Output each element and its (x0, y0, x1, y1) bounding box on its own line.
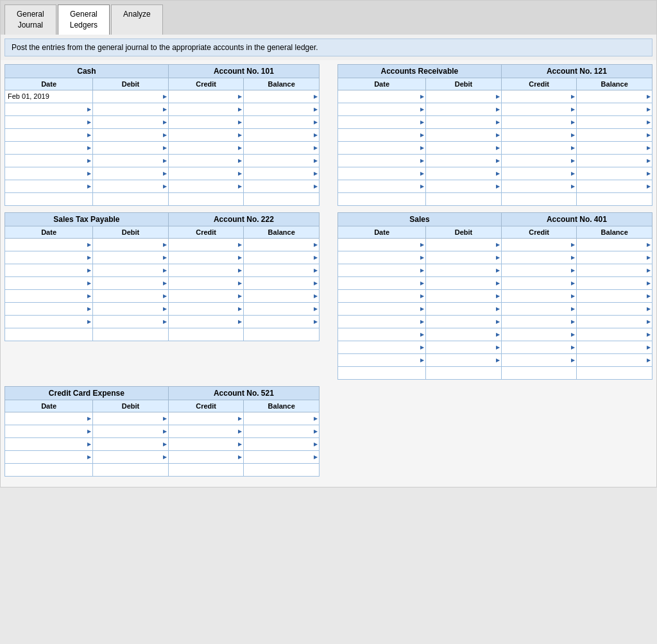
sales-col-credit: Credit (501, 226, 577, 238)
cash-row3-credit[interactable] (168, 115, 244, 128)
cash-row6-balance[interactable] (244, 154, 320, 167)
ar-title: Accounts Receivable (338, 64, 502, 78)
stp-col-date: Date (5, 226, 93, 238)
table-row (338, 238, 653, 251)
stp-table: Sales Tax Payable Account No. 222 Date D… (4, 212, 320, 341)
cash-row6-date[interactable] (5, 154, 93, 167)
table-row (5, 315, 320, 328)
table-row (5, 180, 320, 192)
cash-row5-date[interactable] (5, 141, 93, 154)
ledger-row-1: Cash Account No. 101 Date Debit Credit B… (4, 64, 653, 206)
cash-row4-balance[interactable] (244, 128, 320, 141)
cash-row3-debit[interactable] (93, 115, 169, 128)
table-row (5, 251, 320, 264)
cash-row2-debit[interactable] (93, 103, 169, 115)
stp-title: Sales Tax Payable (5, 212, 169, 226)
table-row (338, 180, 653, 192)
table-row: Feb 01, 2019 (5, 90, 320, 103)
table-row (338, 353, 653, 366)
table-row (338, 115, 653, 128)
cash-row7-debit[interactable] (93, 167, 169, 180)
table-row (5, 276, 320, 289)
cash-row3-date[interactable] (5, 115, 93, 128)
table-row (338, 154, 653, 167)
table-row (5, 238, 320, 251)
tab-analyze[interactable]: Analyze (111, 4, 163, 35)
table-row (5, 154, 320, 167)
cash-row9-balance[interactable] (244, 192, 320, 205)
table-row (338, 167, 653, 180)
cash-row9-debit[interactable] (93, 192, 169, 205)
table-row (5, 115, 320, 128)
table-row (338, 276, 653, 289)
table-row (5, 192, 320, 205)
cash-row7-credit[interactable] (168, 167, 244, 180)
ar-ledger: Accounts Receivable Account No. 121 Date… (337, 64, 653, 206)
table-row (338, 289, 653, 302)
ar-account-no: Account No. 121 (501, 64, 652, 78)
table-row (5, 302, 320, 315)
cash-row1-balance[interactable] (244, 90, 320, 103)
table-row (338, 366, 653, 379)
cce-col-balance: Balance (244, 400, 320, 412)
table-row (5, 289, 320, 302)
cash-row5-balance[interactable] (244, 141, 320, 154)
cce-ledger: Credit Card Expense Account No. 521 Date… (4, 386, 320, 477)
app-container: GeneralJournal GeneralLedgers Analyze Po… (0, 0, 657, 487)
cash-row8-credit[interactable] (168, 180, 244, 192)
sales-col-balance: Balance (577, 226, 653, 238)
table-row (338, 90, 653, 103)
cash-row9-date[interactable] (5, 192, 93, 205)
cce-table: Credit Card Expense Account No. 521 Date… (4, 386, 320, 477)
cash-row1-credit[interactable] (168, 90, 244, 103)
cash-row8-debit[interactable] (93, 180, 169, 192)
cash-row1-date[interactable]: Feb 01, 2019 (5, 90, 93, 103)
cash-row6-credit[interactable] (168, 154, 244, 167)
cce-title: Credit Card Expense (5, 386, 169, 400)
cash-row2-credit[interactable] (168, 103, 244, 115)
table-row (5, 425, 320, 437)
table-row (338, 264, 653, 276)
sales-account-no: Account No. 401 (501, 212, 652, 226)
table-row (5, 128, 320, 141)
table-row (5, 437, 320, 450)
cce-col-debit: Debit (93, 400, 169, 412)
cash-col-balance: Balance (244, 78, 320, 90)
tab-general-ledgers[interactable]: GeneralLedgers (58, 4, 110, 35)
table-row (338, 328, 653, 341)
cash-row3-balance[interactable] (244, 115, 320, 128)
cce-col-credit: Credit (168, 400, 244, 412)
cash-row8-balance[interactable] (244, 180, 320, 192)
ar-table: Accounts Receivable Account No. 121 Date… (337, 64, 653, 206)
ar-col-credit: Credit (501, 78, 577, 90)
cash-row9-credit[interactable] (168, 192, 244, 205)
section-divider-1 (326, 64, 331, 206)
sales-table: Sales Account No. 401 Date Debit Credit … (337, 212, 653, 380)
sales-col-date: Date (338, 226, 426, 238)
cash-row7-balance[interactable] (244, 167, 320, 180)
table-row (5, 328, 320, 341)
cash-row8-date[interactable] (5, 180, 93, 192)
cash-row4-debit[interactable] (93, 128, 169, 141)
cash-row4-credit[interactable] (168, 128, 244, 141)
cash-row5-debit[interactable] (93, 141, 169, 154)
table-row (5, 167, 320, 180)
sales-col-debit: Debit (426, 226, 502, 238)
cash-row7-date[interactable] (5, 167, 93, 180)
cash-row4-date[interactable] (5, 128, 93, 141)
table-row (338, 103, 653, 115)
sales-title: Sales (338, 212, 502, 226)
table-row (5, 264, 320, 276)
stp-col-balance: Balance (244, 226, 320, 238)
cash-row5-credit[interactable] (168, 141, 244, 154)
table-row (338, 302, 653, 315)
cash-ledger: Cash Account No. 101 Date Debit Credit B… (4, 64, 320, 206)
tab-general-journal[interactable]: GeneralJournal (4, 4, 56, 35)
cash-row1-debit[interactable] (93, 90, 169, 103)
cash-row2-balance[interactable] (244, 103, 320, 115)
cash-row2-date[interactable] (5, 103, 93, 115)
table-row (338, 192, 653, 205)
cash-row6-debit[interactable] (93, 154, 169, 167)
ledger-row-3: Credit Card Expense Account No. 521 Date… (4, 386, 653, 477)
table-row (338, 251, 653, 264)
